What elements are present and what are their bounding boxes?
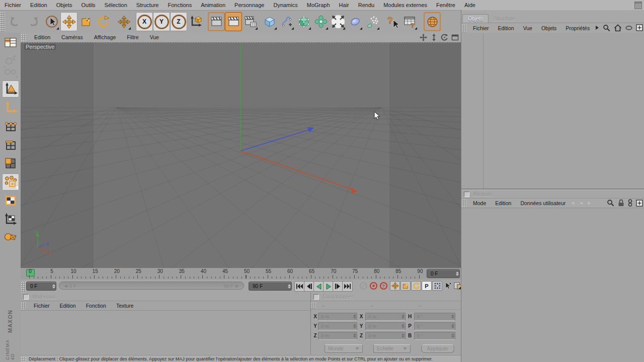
materials-menu-item[interactable]: Texture	[111, 301, 138, 310]
field-spinner[interactable]	[450, 323, 455, 330]
menubar-item[interactable]: Dynamics	[269, 0, 302, 10]
add-nurbs-button[interactable]	[295, 12, 312, 31]
x-axis-lock-button[interactable]: X	[136, 12, 153, 31]
materials-menu-item[interactable]: Fichier	[29, 301, 55, 310]
layout-button[interactable]	[2, 34, 19, 51]
render-picture-viewer-button[interactable]	[225, 12, 242, 31]
menubar-item[interactable]: Modules externes	[379, 0, 432, 10]
autokey-button[interactable]: ?	[378, 281, 388, 291]
snap-settings-button[interactable]	[2, 229, 19, 246]
key-position-button[interactable]	[390, 281, 400, 291]
field-spinner[interactable]	[400, 323, 405, 330]
field-spinner[interactable]	[450, 332, 455, 339]
materials-pin-checkbox[interactable]	[23, 294, 29, 300]
menubar-item[interactable]: Fenêtre	[432, 0, 460, 10]
lock-icon[interactable]	[618, 199, 624, 207]
help-button[interactable]: ?	[384, 12, 401, 31]
play-forward-button[interactable]	[323, 281, 334, 292]
play-backward-button[interactable]	[313, 281, 324, 292]
coordinates-grip[interactable]	[311, 302, 316, 308]
object-list-area[interactable]	[461, 33, 644, 189]
viewport-menu-item[interactable]: Vue	[144, 33, 165, 42]
viewport-menu-item[interactable]: Edition	[29, 33, 56, 42]
coord-value-field[interactable]: 0 °	[414, 322, 455, 330]
object-axis-mode-button[interactable]	[2, 99, 19, 116]
menubar-item[interactable]: Structure	[132, 0, 164, 10]
texture-axis-mode-button[interactable]	[2, 211, 19, 228]
view-toggle-icon[interactable]	[451, 34, 459, 41]
apply-button[interactable]: Appliquer	[421, 344, 454, 353]
menubar-item[interactable]: Fonctions	[163, 0, 196, 10]
attributes-grip[interactable]	[461, 199, 466, 207]
texture-mode-button[interactable]	[2, 192, 19, 209]
field-spinner[interactable]	[352, 332, 357, 339]
view-pan-icon[interactable]	[420, 34, 427, 41]
coord-value-field[interactable]: 0 m	[365, 313, 406, 321]
selection-filter-button[interactable]	[2, 173, 19, 191]
range-end-spinner[interactable]	[287, 282, 291, 290]
object-manager-menu-item[interactable]: Propriétés	[561, 23, 594, 33]
current-frame-spinner[interactable]	[455, 269, 459, 278]
menubar-item[interactable]: Animation	[196, 0, 230, 10]
materials-list-area[interactable]	[21, 311, 310, 354]
next-frame-button[interactable]	[333, 281, 343, 292]
model-mode-button[interactable]	[2, 80, 19, 98]
search-icon[interactable]	[607, 199, 614, 207]
viewport-menu-item[interactable]: Filtre	[121, 33, 144, 42]
view-rotate-icon[interactable]	[441, 34, 448, 41]
menubar-item[interactable]: Hair	[335, 0, 354, 10]
transport-grip[interactable]	[21, 282, 26, 293]
menubar-item[interactable]: MoGraph	[302, 0, 335, 10]
attributes-menu-mode[interactable]: Mode	[468, 198, 491, 208]
field-spinner[interactable]	[352, 313, 357, 320]
polygons-mode-button[interactable]	[2, 155, 19, 172]
viewport-menu-item[interactable]: Caméras	[56, 33, 89, 42]
last-used-tool-button[interactable]	[115, 12, 132, 31]
coordinates-pin-checkbox[interactable]	[313, 294, 319, 300]
object-manager-menu-item[interactable]: Edition	[494, 23, 519, 33]
redo-button[interactable]	[24, 12, 41, 31]
key-scale-button[interactable]	[400, 281, 411, 291]
coord-value-field[interactable]: 0 m	[318, 322, 357, 330]
object-manager-grip[interactable]	[461, 24, 466, 32]
goto-end-button[interactable]	[342, 281, 353, 292]
materials-titlebar[interactable]: Matériaux	[21, 293, 310, 301]
live-selection-button[interactable]	[43, 12, 60, 31]
coord-value-field[interactable]: 0 °	[414, 332, 455, 340]
y-axis-lock-button[interactable]: Y	[153, 12, 170, 31]
field-spinner[interactable]	[400, 313, 405, 320]
current-frame-field[interactable]: 0 F	[427, 269, 460, 278]
coord-value-field[interactable]: 0 m	[365, 322, 406, 330]
key-pla-button[interactable]	[432, 281, 442, 291]
field-spinner[interactable]	[450, 313, 455, 320]
range-end-field[interactable]: 90 F	[249, 282, 292, 291]
search-icon[interactable]	[603, 24, 610, 32]
world-system-dropdown[interactable]: Monde	[325, 344, 363, 353]
menubar-item[interactable]: Edition	[26, 0, 52, 10]
home-icon[interactable]	[614, 24, 622, 32]
key-rotation-button[interactable]	[411, 281, 421, 291]
object-manager-menu-item[interactable]: Objets	[537, 23, 561, 33]
menubar-item[interactable]: Outils	[76, 0, 100, 10]
menubar-item[interactable]: Personnage	[230, 0, 269, 10]
menubar-item[interactable]: Sélection	[100, 0, 132, 10]
attributes-menu-userdata[interactable]: Données utilisateur	[516, 198, 570, 208]
menubar-item[interactable]: Fichier	[0, 0, 26, 10]
move-tool-button[interactable]	[60, 12, 77, 31]
points-mode-button[interactable]	[2, 118, 19, 135]
field-spinner[interactable]	[400, 332, 405, 339]
object-manager-menu-item[interactable]: Fichier	[468, 23, 494, 33]
viewport-3d-view[interactable]: y z x Perspective	[21, 42, 461, 268]
statusbar-grip[interactable]	[21, 356, 26, 361]
materials-menu-item[interactable]: Fonction	[81, 301, 111, 310]
double-circle-icon[interactable]	[628, 199, 632, 207]
scale-mode-dropdown[interactable]: Echelle	[373, 344, 411, 353]
range-start-field[interactable]: 0 F	[26, 282, 56, 291]
add-environment-button[interactable]	[347, 12, 364, 31]
range-start-spinner[interactable]	[51, 282, 56, 290]
attributes-pin-checkbox[interactable]	[464, 192, 469, 197]
timeline-ruler[interactable]: 051015202530354045505560657075808590 0 F	[21, 268, 461, 280]
scale-tool-button[interactable]	[77, 12, 95, 31]
toolbar-grip[interactable]	[0, 12, 5, 32]
add-deformer-button[interactable]	[330, 12, 347, 31]
